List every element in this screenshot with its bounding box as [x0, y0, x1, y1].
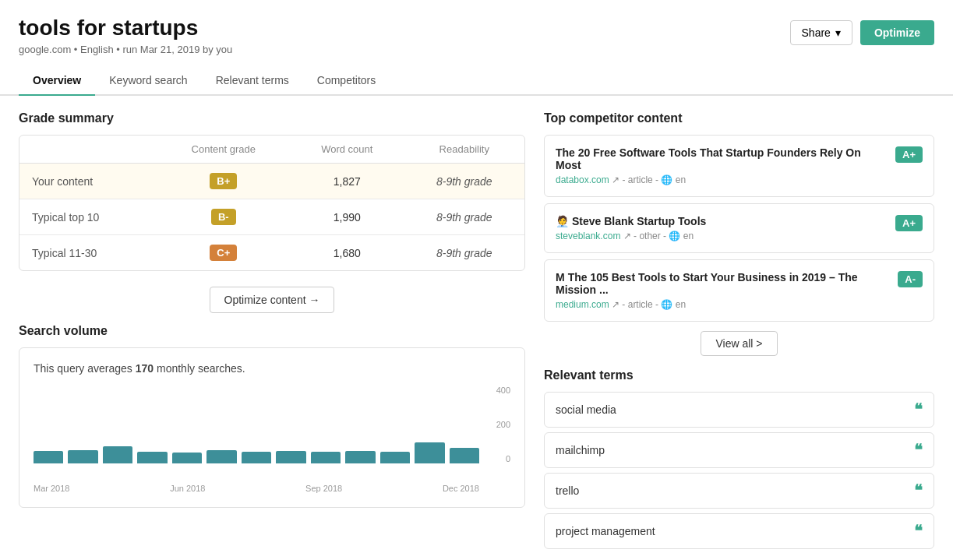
chart-bar: [415, 442, 444, 464]
view-all-row: View all >: [544, 331, 934, 356]
left-panel: Grade summary Content grade Word count R…: [19, 111, 525, 554]
quote-icon-1[interactable]: ❝: [914, 442, 923, 458]
competitor-card-0: The 20 Free Software Tools That Startup …: [544, 135, 934, 197]
competitor-title-2: MThe 105 Best Tools to Start Your Busine…: [556, 271, 890, 296]
competitor-url-0[interactable]: databox.com: [556, 174, 609, 185]
share-button[interactable]: Share ▾: [790, 20, 852, 45]
competitor-title-1: 🧑‍💼 Steve Blank Startup Tools: [556, 215, 888, 227]
view-all-button[interactable]: View all >: [701, 331, 777, 356]
quote-icon-2[interactable]: ❝: [914, 483, 923, 498]
competitor-card-content-2: MThe 105 Best Tools to Start Your Busine…: [556, 271, 890, 310]
page-meta: google.com • English • run Mar 21, 2019 …: [19, 44, 232, 55]
tab-keyword-search[interactable]: Keyword search: [95, 66, 201, 96]
relevant-terms-title: Relevant terms: [544, 368, 934, 382]
tab-overview[interactable]: Overview: [19, 66, 95, 96]
competitor-title-0: The 20 Free Software Tools That Startup …: [556, 146, 888, 171]
view-all-label: View all >: [715, 337, 762, 350]
chart-bar: [242, 452, 271, 463]
table-row: Typical 11-30 C+ 1,680 8-9th grade: [19, 235, 524, 271]
competitor-grade-1: A+: [895, 215, 923, 231]
chart-bar: [103, 446, 132, 464]
main-content: Grade summary Content grade Word count R…: [0, 96, 953, 560]
word-count-top10: 1,990: [290, 199, 404, 235]
grade-value: C+: [210, 245, 237, 261]
search-volume-text: This query averages 170 monthly searches…: [34, 362, 510, 375]
competitor-url-1[interactable]: steveblank.com: [556, 231, 620, 241]
competitor-card-content-1: 🧑‍💼 Steve Blank Startup Tools steveblank…: [556, 215, 888, 241]
grade-summary-title: Grade summary: [19, 111, 525, 125]
word-count-11-30: 1,680: [290, 235, 404, 271]
optimize-button[interactable]: Optimize: [860, 20, 934, 45]
chart-bar: [380, 452, 410, 463]
search-volume-title: Search volume: [19, 324, 525, 338]
optimize-content-button[interactable]: Optimize content →: [210, 287, 335, 313]
chart-bar: [172, 453, 202, 463]
optimize-content-row: Optimize content →: [19, 287, 525, 313]
col-header-content-grade: Content grade: [157, 136, 291, 164]
chart-bar: [276, 451, 305, 463]
competitor-meta-0: databox.com ↗ - article - 🌐 en: [556, 174, 888, 185]
chart-bar: [311, 452, 341, 463]
tab-competitors[interactable]: Competitors: [303, 66, 390, 96]
quote-icon-3[interactable]: ❝: [914, 523, 923, 539]
page-title: tools for startups: [19, 16, 232, 41]
search-volume-box: This query averages 170 monthly searches…: [19, 347, 525, 508]
competitor-card-content-0: The 20 Free Software Tools That Startup …: [556, 146, 888, 185]
competitor-meta-1: steveblank.com ↗ - other - 🌐 en: [556, 231, 888, 241]
share-label: Share: [802, 26, 831, 39]
page-header: tools for startups google.com • English …: [0, 0, 953, 63]
term-row-1: mailchimp ❝: [544, 432, 934, 468]
right-panel: Top competitor content The 20 Free Softw…: [544, 111, 934, 554]
competitor-card-2: MThe 105 Best Tools to Start Your Busine…: [544, 259, 934, 322]
competitor-meta-2: medium.com ↗ - article - 🌐 en: [556, 299, 890, 310]
row-label-your-content: Your content: [19, 164, 157, 199]
chart-y-labels: 400 200 0: [496, 386, 510, 463]
grade-badge-top10: B-: [157, 199, 291, 235]
word-count-your-content: 1,827: [290, 164, 404, 199]
competitor-grade-2: A-: [898, 271, 923, 287]
chart-bar: [345, 451, 375, 463]
grade-summary-table: Content grade Word count Readability You…: [19, 135, 525, 271]
col-header-label: [19, 136, 157, 164]
grade-badge-your-content: B+: [157, 164, 291, 199]
optimize-label: Optimize: [874, 26, 920, 39]
search-volume-chart: 400 200 0: [34, 386, 510, 479]
readability-your-content: 8-9th grade: [404, 164, 524, 199]
chevron-down-icon: ▾: [835, 26, 841, 39]
search-volume-section: Search volume This query averages 170 mo…: [19, 324, 525, 508]
col-header-word-count: Word count: [290, 136, 404, 164]
competitor-url-2[interactable]: medium.com: [556, 299, 609, 310]
row-label-top10: Typical top 10: [19, 199, 157, 235]
table-row: Your content B+ 1,827 8-9th grade: [19, 164, 524, 199]
tab-relevant-terms[interactable]: Relevant terms: [202, 66, 303, 96]
term-row-0: social media ❝: [544, 392, 934, 428]
readability-11-30: 8-9th grade: [404, 235, 524, 271]
term-row-3: project management ❝: [544, 513, 934, 549]
chart-bar: [137, 452, 167, 463]
chart-x-labels: Mar 2018 Jun 2018 Sep 2018 Dec 2018: [34, 484, 510, 493]
readability-top10: 8-9th grade: [404, 199, 524, 235]
grade-value: B-: [211, 209, 236, 225]
chart-bar: [450, 448, 479, 463]
competitor-icon-2: M: [556, 271, 565, 284]
header-left: tools for startups google.com • English …: [19, 16, 232, 55]
term-label-1: mailchimp: [556, 444, 605, 456]
optimize-content-label: Optimize content →: [224, 294, 320, 306]
competitor-content-title: Top competitor content: [544, 111, 934, 125]
term-row-2: trello ❝: [544, 473, 934, 509]
chart-bars-container: [34, 386, 510, 463]
term-label-2: trello: [556, 484, 579, 497]
relevant-terms-section: Relevant terms social media ❝ mailchimp …: [544, 368, 934, 549]
grade-badge-11-30: C+: [157, 235, 291, 271]
competitor-card-1: 🧑‍💼 Steve Blank Startup Tools steveblank…: [544, 203, 934, 253]
quote-icon-0[interactable]: ❝: [914, 402, 923, 417]
tab-bar: Overview Keyword search Relevant terms C…: [0, 66, 953, 96]
term-label-0: social media: [556, 403, 616, 416]
term-label-3: project management: [556, 525, 655, 537]
competitor-icon-1: 🧑‍💼: [556, 215, 572, 227]
table-row: Typical top 10 B- 1,990 8-9th grade: [19, 199, 524, 235]
grade-value: B+: [210, 173, 237, 189]
chart-bar: [34, 451, 63, 463]
chart-bar: [206, 450, 236, 464]
chart-bar: [68, 450, 97, 464]
